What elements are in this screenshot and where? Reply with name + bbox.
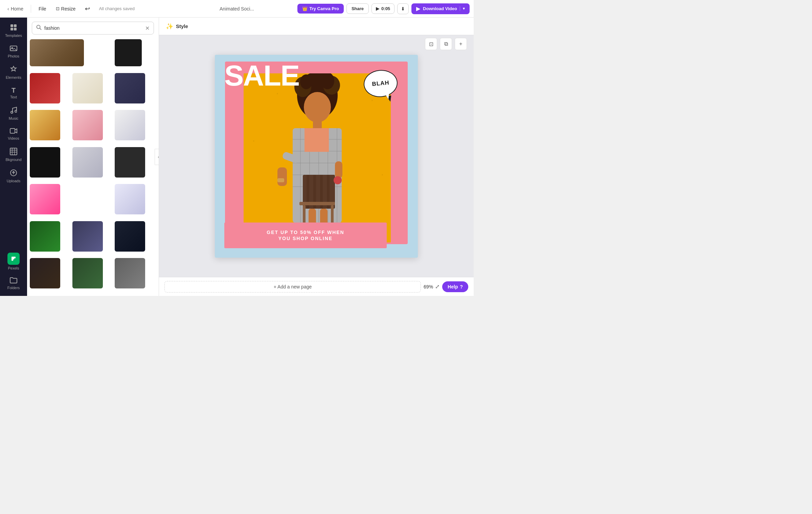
sidebar-item-background[interactable]: Bkground [1,144,26,165]
play-duration: 0:05 [381,6,390,11]
photo-grid [27,37,159,296]
blah-text: BLAH [372,79,390,88]
svg-rect-48 [304,128,329,152]
list-item[interactable] [115,184,145,214]
svg-rect-3 [14,28,17,30]
list-item[interactable] [115,73,145,103]
svg-rect-65 [277,178,284,182]
help-button[interactable]: Help ? [442,281,468,292]
main-layout: Templates Photos Elements T Text [0,18,474,296]
svg-point-30 [300,74,312,89]
svg-point-35 [304,92,331,122]
list-item[interactable] [30,110,60,140]
resize-label: Resize [61,6,76,11]
list-item[interactable] [72,147,103,178]
resize-icon: ⊡ [56,6,60,11]
add-button[interactable]: + [455,38,467,50]
list-item[interactable] [115,221,145,252]
search-input[interactable] [44,25,142,31]
crown-icon: 👑 [302,6,308,11]
document-title: Animated Soci... [220,6,254,11]
style-toolbar: ✨ Style [159,18,474,35]
sidebar-item-music[interactable]: Music [1,103,26,124]
search-icon [36,25,42,31]
share-button[interactable]: Share [346,3,369,14]
sidebar-item-videos[interactable]: Videos [1,124,26,144]
clear-search-button[interactable]: ✕ [145,25,150,31]
left-sidebar: Templates Photos Elements T Text [0,18,27,296]
video-icon: ▶ [416,6,420,12]
add-page-button[interactable]: + Add a new page [164,281,421,293]
download-video-button[interactable]: ▶ Download Video ▾ [411,3,470,14]
uploads-icon [10,169,17,178]
search-container: ✕ [32,22,154,34]
file-button[interactable]: File [35,4,50,14]
file-label: File [39,6,46,11]
list-item[interactable] [30,73,60,103]
photos-label: Photos [8,54,19,58]
download-icon-button[interactable]: ⬇ [397,3,409,14]
search-section: ✕ [27,18,159,37]
frame-button[interactable]: ⊡ [425,38,437,50]
elements-label: Elements [6,75,21,79]
canvas-area: ✨ Style ⊡ ⧉ + [159,18,474,296]
list-item[interactable] [30,258,60,288]
bottom-text-line2: YOU SHOP ONLINE [278,236,333,241]
list-item[interactable] [115,258,145,288]
home-button[interactable]: ‹ Home [4,4,27,14]
sidebar-item-folders[interactable]: Folders [1,274,26,293]
sidebar-item-elements[interactable]: Elements [1,62,26,83]
download-icon: ⬇ [401,6,405,11]
music-icon [10,107,17,115]
list-item[interactable] [72,258,103,288]
list-item[interactable] [30,39,84,66]
svg-point-26 [382,174,383,176]
sidebar-item-photos[interactable]: Photos [1,42,26,62]
templates-icon [10,24,17,32]
bottom-text-line1: GET UP TO 50% OFF WHEN [267,230,344,235]
svg-rect-63 [335,161,342,178]
text-icon: T [12,87,16,94]
media-panel: ✕ [27,18,159,296]
list-item[interactable] [30,147,60,178]
home-label: Home [11,6,23,11]
help-label: Help [448,284,458,289]
sidebar-item-text[interactable]: T Text [1,84,26,102]
list-item[interactable] [115,39,142,66]
list-item[interactable] [115,110,145,140]
svg-point-23 [371,100,373,101]
list-item[interactable] [30,221,60,252]
panel-collapse-handle[interactable]: ‹ [155,149,159,165]
resize-button[interactable]: ⊡ Resize [52,4,79,14]
list-item[interactable] [72,221,103,252]
uploads-label: Uploads [7,179,20,183]
sidebar-item-templates[interactable]: Templates [1,20,26,41]
list-item[interactable] [72,73,103,103]
svg-rect-0 [10,24,13,27]
help-question-icon: ? [460,284,463,289]
fashion-photo-area [244,73,391,242]
list-item[interactable] [30,184,60,214]
try-pro-button[interactable]: 👑 Try Canva Pro [297,4,344,14]
copy-button[interactable]: ⧉ [440,38,452,50]
zoom-indicator: 69% ⤢ [424,283,439,290]
undo-button[interactable]: ↩ [82,3,93,15]
list-item[interactable] [115,147,145,178]
sidebar-item-pexels[interactable]: Pexels [5,250,22,273]
play-button[interactable]: ▶ 0:05 [371,3,394,14]
design-canvas: SALE BLAH GET UP TO 50% OFF WHEN YOU SHO… [215,55,418,258]
sidebar-item-uploads[interactable]: Uploads [1,166,26,186]
zoom-expand-button[interactable]: ⤢ [435,283,439,290]
svg-point-64 [334,176,342,184]
canvas-toolbar: ⊡ ⧉ + [425,38,467,50]
svg-point-25 [253,140,254,142]
list-item[interactable] [72,110,103,140]
style-label: Style [176,23,188,29]
svg-rect-58 [299,202,335,205]
music-label: Music [9,116,19,120]
undo-icon: ↩ [85,5,90,13]
svg-rect-62 [277,167,287,186]
share-label: Share [352,6,364,11]
canvas-viewport[interactable]: SALE BLAH GET UP TO 50% OFF WHEN YOU SHO… [159,35,474,277]
chevron-left-icon: ‹ [7,6,9,11]
